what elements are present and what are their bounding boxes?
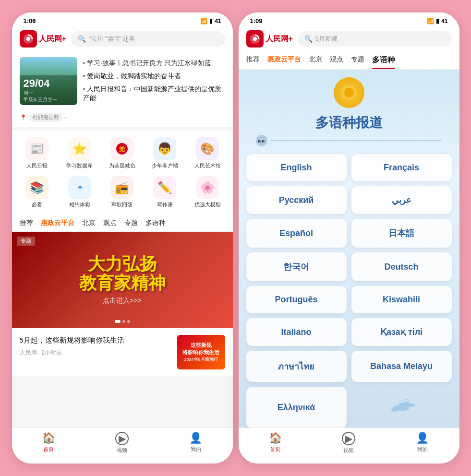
icon-moxing[interactable]: 🌸 优选大模型 — [190, 176, 225, 208]
lang-english[interactable]: English — [246, 154, 347, 181]
signal-icon-2: ▮ — [436, 18, 439, 24]
lang-arabic[interactable]: عربي — [351, 186, 452, 214]
article-source: 人民网 — [20, 349, 37, 356]
icon-junge[interactable]: 📻 军歌回荡 — [105, 176, 139, 208]
search-bar-1[interactable]: 🔍 "云川""鑫宝"赴美 — [71, 31, 225, 47]
nav-tabs-1: 推荐 惠政云平台 北京 观点 专题 多语种 — [12, 215, 233, 232]
play-button[interactable]: ▶▶ — [256, 135, 267, 146]
tab-huizheng[interactable]: 惠政云平台 — [41, 215, 74, 231]
icon-ticai[interactable]: ✦ 相约体彩 — [62, 176, 97, 208]
battery-label-2: 41 — [441, 18, 447, 24]
search-icon-1: 🔍 — [78, 35, 86, 43]
mine-icon-2: 👤 — [416, 432, 429, 444]
bottom-nav-1: 🏠 首页 ▶ 视频 👤 我的 — [12, 428, 233, 464]
lang-thai[interactable]: ภาษาไทย — [246, 351, 347, 382]
thumb-line1: 这些新规 — [182, 342, 219, 348]
logo-icon-1 — [20, 30, 37, 48]
title-circle — [334, 77, 364, 108]
article-meta: 人民网 2小时前 — [20, 349, 171, 357]
search-bar-2[interactable]: 🔍 5月新规 — [298, 31, 452, 47]
wifi-icon: 📶 — [200, 18, 207, 24]
lang-spanish[interactable]: Español — [246, 219, 347, 248]
lang-french[interactable]: Français — [351, 154, 452, 181]
lang-german[interactable]: Deutsch — [351, 252, 452, 281]
bottom-nav-video-2[interactable]: ▶ 视频 — [312, 432, 386, 454]
tab-zhuanti[interactable]: 专题 — [124, 215, 138, 231]
bottom-nav-home-2[interactable]: 🏠 首页 — [239, 432, 312, 454]
icon-row-2: 📚 必看 ✦ 相约体彩 📻 军歌回荡 — [16, 176, 229, 208]
logo-icon-2 — [246, 30, 264, 48]
tab2-tuijian[interactable]: 推荐 — [246, 51, 260, 69]
tab2-zhuanti[interactable]: 专题 — [351, 51, 364, 69]
news-item-1[interactable]: 学习·故事丨总书记开良方 只为江水绿如蓝 — [83, 59, 225, 68]
mine-icon-1: 👤 — [189, 432, 202, 444]
date-day: 周一 — [24, 90, 73, 96]
lang-korean[interactable]: 한국어 — [246, 252, 347, 281]
bottom-nav-mine-1[interactable]: 👤 我的 — [159, 432, 232, 454]
battery-label-1: 41 — [215, 18, 221, 24]
logo-1: 人民网+ — [20, 30, 66, 48]
news-location: 📍 杜鹃漫山野 › — [20, 113, 225, 122]
nav-tabs-2: 推荐 惠政云平台 北京 观点 专题 多语种 — [239, 51, 459, 70]
signal-icon: ▮ — [209, 18, 213, 24]
news-item-2[interactable]: 爱岗敬业，做脚踏实地的奋斗者 — [83, 72, 225, 81]
lang-greek[interactable]: Ελληνικά — [246, 387, 347, 428]
news-item-3[interactable]: 人民日报和音：中国新能源产业提供的是优质产能 — [83, 85, 225, 103]
video-label-1: 视频 — [117, 447, 127, 454]
thumb-line3: 2024年5月新施行 — [182, 357, 219, 363]
logo-text-1: 人民网+ — [39, 34, 66, 44]
lang-kazakh[interactable]: Қазақ тілі — [351, 318, 452, 346]
tab2-huizheng[interactable]: 惠政云平台 — [267, 51, 301, 69]
status-time-2: 1:09 — [250, 17, 263, 24]
banner-image: 29/04 周一 甲辰年三月廿一 — [20, 57, 77, 105]
bottom-nav-mine-2[interactable]: 👤 我的 — [386, 432, 459, 454]
icon-bikan[interactable]: 📚 必看 — [20, 176, 54, 208]
status-bar-2: 1:09 📶 ▮ 41 — [239, 12, 459, 27]
status-icons-1: 📶 ▮ 41 — [200, 18, 221, 24]
dot-3 — [127, 320, 130, 323]
icon-shaonian[interactable]: 👦 少年客户端 — [147, 137, 182, 169]
bottom-nav-video-1[interactable]: ▶ 视频 — [85, 432, 159, 454]
lang-kiswahili[interactable]: Kiswahili — [351, 286, 452, 313]
svg-text:党: 党 — [119, 146, 125, 153]
promo-tag: 专题 — [17, 237, 35, 246]
phone-1: 1:06 📶 ▮ 41 人民网+ 🔍 "云川""鑫宝"赴美 — [12, 12, 233, 464]
icon-xiezuo[interactable]: ✏️ 写作课 — [147, 176, 182, 208]
progress-line — [270, 140, 442, 141]
bottom-nav-2: 🏠 首页 ▶ 视频 👤 我的 — [239, 428, 459, 464]
tab2-beijing[interactable]: 北京 — [309, 51, 322, 69]
news-footer: 📍 杜鹃漫山野 › — [12, 111, 233, 127]
status-icons-2: 📶 ▮ 41 — [427, 18, 447, 24]
lang-italian[interactable]: Italiano — [246, 318, 347, 346]
article-item-1[interactable]: 5月起，这些新规将影响你我生活 人民网 2小时前 这些新规 将影响你我生活 20… — [12, 328, 233, 376]
tab2-guandian[interactable]: 观点 — [330, 51, 343, 69]
icon-xuexi[interactable]: ⭐ 学习数据库 — [62, 137, 97, 169]
video-icon-2: ▶ — [342, 432, 355, 445]
bottom-nav-home-1[interactable]: 🏠 首页 — [12, 432, 85, 454]
svg-text:✦: ✦ — [76, 183, 83, 191]
icon-grid: 📰 人民日报 ⭐ 学习数据库 党 为基层减负 — [12, 131, 233, 215]
lang-portuguese[interactable]: Português — [246, 286, 347, 313]
tab2-duoyuzhong[interactable]: 多语种 — [372, 51, 395, 69]
icon-yishu[interactable]: 🎨 人民艺术馆 — [190, 137, 225, 169]
home-icon-1: 🏠 — [42, 432, 55, 444]
video-icon-1: ▶ — [115, 432, 129, 445]
date-lunar: 甲辰年三月廿一 — [24, 96, 73, 103]
icon-weijiceng[interactable]: 党 为基层减负 — [105, 137, 139, 169]
tab-guandian[interactable]: 观点 — [103, 215, 117, 231]
promo-card[interactable]: 专题 大力弘扬 教育家精神 点击进入>>> — [12, 232, 233, 328]
lang-japanese[interactable]: 日本語 — [351, 219, 452, 248]
tab-tuijian[interactable]: 推荐 — [20, 215, 33, 231]
promo-text: 大力弘扬 教育家精神 点击进入>>> — [79, 254, 166, 305]
tab-duoyuzhong[interactable]: 多语种 — [145, 215, 166, 231]
dot-1 — [115, 320, 121, 323]
icon-renminribao[interactable]: 📰 人民日报 — [20, 137, 54, 169]
app-header-2: 人民网+ 🔍 5月新规 — [239, 27, 459, 51]
lang-bird-decoration — [351, 387, 452, 428]
lang-header: 多语种报道 ▶▶ — [239, 70, 459, 150]
sun-decoration — [334, 77, 364, 108]
tab-beijing[interactable]: 北京 — [82, 215, 96, 231]
lang-russian[interactable]: Русский — [246, 186, 347, 214]
lang-malay[interactable]: Bahasa Melayu — [351, 351, 452, 382]
mine-label-1: 我的 — [191, 446, 201, 453]
